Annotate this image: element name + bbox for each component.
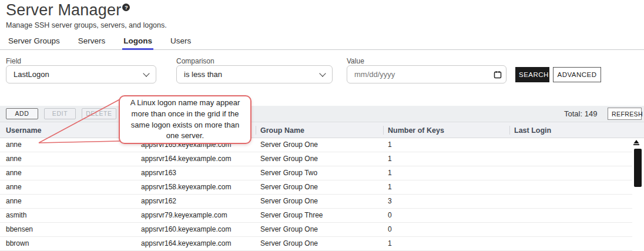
column-header-last-login[interactable]: Last Login: [514, 122, 551, 139]
cell-username: anne: [6, 152, 22, 166]
page-title: Server Manager?: [6, 1, 130, 19]
cell-group-name: Server Group Two: [260, 166, 317, 180]
value-label: Value: [347, 57, 364, 65]
server-manager-page: Server Manager? Manage SSH server groups…: [0, 0, 644, 251]
tab-server-groups[interactable]: Server Groups: [7, 35, 61, 50]
tab-bar: Server GroupsServersLogonsUsers: [7, 35, 192, 50]
field-label: Field: [6, 57, 21, 65]
cell-number-of-keys: 1: [388, 138, 392, 152]
cell-number-of-keys: 3: [388, 195, 392, 209]
cell-server-name: appsrvr160.keyexample.com: [141, 223, 231, 237]
table-row[interactable]: anneappsrvr165.keyexample.comServer Grou…: [0, 138, 632, 152]
calendar-icon[interactable]: [494, 71, 502, 79]
column-separator: [383, 126, 384, 135]
table-row[interactable]: anneappsrvr158.keyexample.comServer Grou…: [0, 180, 632, 195]
comparison-select-value: is less than: [184, 70, 320, 79]
cell-number-of-keys: 1: [388, 180, 392, 195]
chevron-down-icon: [143, 70, 149, 76]
cell-number-of-keys: 1: [388, 237, 392, 251]
cell-server-name: appsrvr79.keyexample.com: [141, 209, 227, 223]
add-button[interactable]: ADD: [6, 108, 38, 119]
scrollbar-thumb[interactable]: [634, 149, 642, 187]
page-subtitle: Manage SSH server groups, servers, and l…: [6, 21, 167, 29]
cell-group-name: Server Group One: [260, 138, 318, 152]
column-separator: [256, 126, 256, 135]
cell-group-name: Server Group One: [260, 180, 318, 195]
page-title-text: Server Manager: [6, 1, 121, 19]
cell-server-name: appsrvr164.keyexample.com: [141, 152, 231, 166]
scroll-up-icon[interactable]: [633, 139, 640, 146]
total-count: Total: 149: [564, 109, 597, 118]
column-header-group-name[interactable]: Group Name: [260, 122, 304, 139]
value-date-input[interactable]: [347, 65, 507, 83]
cell-server-name: appsrvr162: [141, 195, 176, 209]
callout-note: A Linux logon name may appear more than …: [119, 95, 251, 144]
tab-users[interactable]: Users: [169, 35, 192, 50]
cell-group-name: Server Group One: [260, 152, 318, 166]
chevron-down-icon: [319, 70, 326, 76]
cell-username: anne: [6, 138, 22, 152]
cell-username: asmith: [6, 209, 26, 223]
cell-number-of-keys: 0: [388, 209, 392, 223]
table-row[interactable]: bbrownappsrvr164.keyexample.comServer Gr…: [0, 237, 632, 251]
column-header-username[interactable]: Username: [6, 122, 41, 139]
cell-username: anne: [6, 195, 22, 209]
tab-servers[interactable]: Servers: [77, 35, 107, 50]
table-row[interactable]: anneappsrvr163Server Group Two1: [0, 166, 632, 180]
edit-button[interactable]: EDIT: [44, 108, 76, 119]
tab-logons[interactable]: Logons: [122, 35, 153, 50]
table-row[interactable]: asmithappsrvr79.keyexample.comServer Gro…: [0, 209, 632, 223]
field-select[interactable]: LastLogon: [6, 65, 156, 83]
refresh-button[interactable]: REFRESH: [608, 108, 642, 120]
comparison-label: Comparison: [176, 57, 214, 65]
table-header-row: UsernameGroup NameNumber of KeysLast Log…: [0, 122, 644, 138]
cell-number-of-keys: 0: [388, 223, 392, 237]
cell-group-name: Server Group Three: [260, 209, 323, 223]
cell-group-name: Server Group One: [260, 195, 318, 209]
cell-username: anne: [6, 180, 22, 195]
table-row[interactable]: anneappsrvr164.keyexample.comServer Grou…: [0, 152, 632, 166]
cell-server-name: appsrvr158.keyexample.com: [141, 180, 231, 195]
delete-button[interactable]: DELETE: [82, 108, 116, 119]
comparison-select[interactable]: is less than: [176, 65, 333, 83]
cell-group-name: Server Group One: [260, 237, 318, 251]
column-separator: [509, 126, 510, 135]
advanced-button[interactable]: ADVANCED: [553, 67, 601, 82]
table-row[interactable]: bbensenappsrvr160.keyexample.comServer G…: [0, 223, 632, 237]
cell-group-name: Server Group One: [260, 223, 318, 237]
grid-toolbar: ADD EDIT DELETE: [0, 106, 644, 122]
cell-server-name: appsrvr164.keyexample.com: [141, 237, 231, 251]
help-icon[interactable]: ?: [122, 4, 130, 11]
field-select-value: LastLogon: [14, 70, 144, 79]
cell-username: bbensen: [6, 223, 33, 237]
column-header-number-of-keys[interactable]: Number of Keys: [388, 122, 444, 139]
search-button[interactable]: SEARCH: [515, 67, 549, 82]
cell-username: bbrown: [6, 237, 29, 251]
cell-number-of-keys: 1: [388, 166, 392, 180]
cell-username: anne: [6, 166, 22, 180]
cell-server-name: appsrvr163: [141, 166, 176, 180]
cell-number-of-keys: 1: [388, 152, 392, 166]
table-row[interactable]: anneappsrvr162Server Group One3: [0, 195, 632, 209]
